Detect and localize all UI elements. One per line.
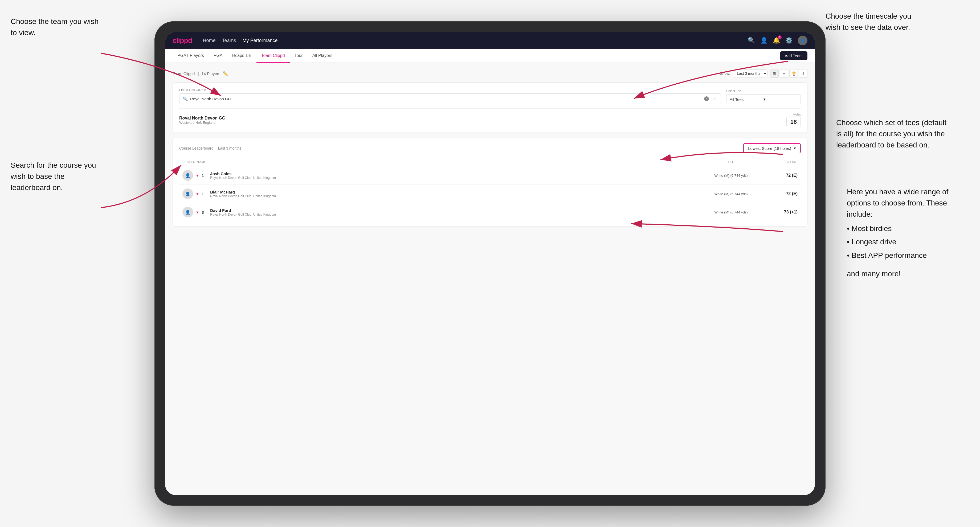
user-avatar[interactable]: 👤 [798,36,807,45]
leaderboard-section: Course Leaderboard, Last 3 months Lowest… [173,138,807,227]
nav-link-home[interactable]: Home [203,38,216,43]
select-tee-col: Select Tee All Tees ▾ [726,89,801,104]
show-label: Show: [720,71,730,76]
course-search-wrap: 🔍 × ☆ [179,94,721,104]
nav-icons: 🔍 👤 🔔 1 ⚙️ 👤 [748,36,807,45]
subnav-teamclippd[interactable]: Team Clippd [256,49,290,63]
rank-2: 1 [202,192,207,196]
subnav-tour[interactable]: Tour [290,49,307,63]
nav-link-teams[interactable]: Teams [222,38,236,43]
view-icons: ⊞ ≡ 🏆 ⬇ [770,69,807,78]
course-result: Royal North Devon GC Westward Ho!, Engla… [179,108,801,127]
tablet-screen: clippd Home Teams My Performance 🔍 👤 🔔 1… [165,32,815,495]
player-cell-2: 👤 ♥ 1 Blair McHarg Royal North Devon Gol… [182,189,696,199]
find-course-col: Find a Golf Course 🔍 × ☆ [179,88,721,104]
rank-1: 1 [202,173,207,178]
player-club-3: Royal North Devon Golf Club, United King… [210,213,276,216]
holes-number: 18 [786,117,801,127]
team-header-right: Show: Last 3 months ⊞ ≡ 🏆 ⬇ [720,69,807,78]
holes-label: Holes [786,113,801,116]
bullet-drive: Longest drive [847,235,964,249]
annotation-top-left-text: Choose the team you wish to view. [11,17,99,37]
search-icon[interactable]: 🔍 [748,37,755,44]
subnav-allplayers[interactable]: All Players [307,49,337,63]
score-type-chevron-icon: ▾ [794,146,796,151]
annotation-bottom-right-footer: and many more! [847,268,964,279]
col-header-tee: TEE [696,160,765,164]
course-info: Royal North Devon GC Westward Ho!, Engla… [179,116,786,125]
search-row: Find a Golf Course 🔍 × ☆ Select Tee All … [179,88,801,104]
player-info-3: David Ford Royal North Devon Golf Club, … [210,208,276,216]
player-name-1: Josh Coles [210,171,276,176]
settings-icon[interactable]: ⚙️ [785,37,792,44]
tee-select[interactable]: All Tees ▾ [726,94,801,104]
annotation-mid-right-text: Choose which set of tees (default is all… [836,119,947,149]
player-info-2: Blair McHarg Royal North Devon Golf Club… [210,190,276,198]
player-cell-3: 👤 ♥ 3 David Ford Royal North Devon Golf … [182,207,696,217]
heart-icon[interactable]: ♥ [196,192,199,196]
player-name-3: David Ford [210,208,276,213]
trophy-view-button[interactable]: 🏆 [789,69,798,78]
list-view-button[interactable]: ≡ [780,69,788,78]
heart-icon[interactable]: ♥ [196,210,199,214]
edit-icon[interactable]: ✏️ [223,71,228,76]
chevron-down-icon: ▾ [764,97,797,102]
content-area: Team Clippd | 14 Players ✏️ Show: Last 3… [165,63,815,495]
score-cell-3: 73 (+1) [765,210,797,214]
table-row: 👤 ♥ 1 Josh Coles Royal North Devon Golf … [179,167,801,185]
player-name-2: Blair McHarg [210,190,276,194]
course-search-input[interactable] [190,97,702,101]
annotation-bottom-right-text: Here you have a wide range of options to… [847,187,948,218]
subnav-hcaps[interactable]: Hcaps 1-5 [228,49,256,63]
course-location: Westward Ho!, England [179,121,786,125]
annotation-top-left: Choose the team you wish to view. [11,16,101,38]
clear-search-button[interactable]: × [704,96,709,101]
avatar: 👤 [182,189,193,199]
annotation-bullets: Most birdies Longest drive Best APP perf… [847,222,964,262]
avatar: 👤 [182,170,193,181]
course-holes: Holes 18 [786,113,801,127]
annotation-bottom-right: Here you have a wide range of options to… [847,186,964,279]
tee-value: All Tees [730,97,764,102]
tee-cell-3: White (M) (6,744 yds) [696,210,765,214]
score-type-select[interactable]: Lowest Score (18 holes) ▾ [743,143,801,153]
bullet-birdies: Most birdies [847,222,964,235]
leaderboard-header: Course Leaderboard, Last 3 months Lowest… [179,143,801,153]
search-input-icon: 🔍 [183,96,188,102]
course-search-section: Find a Golf Course 🔍 × ☆ Select Tee All … [173,83,807,133]
col-header-player: PLAYER NAME [182,160,696,164]
add-team-button[interactable]: Add Team [780,51,807,60]
avatar: 👤 [182,207,193,217]
col-header-score: SCORE [765,160,797,164]
player-club-1: Royal North Devon Golf Club, United King… [210,176,276,179]
subnav-pgat[interactable]: PGAT Players [173,49,209,63]
team-header: Team Clippd | 14 Players ✏️ Show: Last 3… [173,69,807,78]
nav-links: Home Teams My Performance [203,38,278,43]
team-title: Team Clippd | 14 Players [173,71,220,76]
star-button[interactable]: ☆ [711,96,718,102]
sub-nav: PGAT Players PGA Hcaps 1-5 Team Clippd T… [165,49,815,63]
table-row: 👤 ♥ 3 David Ford Royal North Devon Golf … [179,203,801,221]
tablet-frame: clippd Home Teams My Performance 🔍 👤 🔔 1… [154,21,826,506]
heart-icon[interactable]: ♥ [196,173,199,178]
player-info-1: Josh Coles Royal North Devon Golf Club, … [210,171,276,179]
leaderboard-title: Course Leaderboard, Last 3 months [179,146,242,151]
bullet-app: Best APP performance [847,249,964,262]
bell-icon[interactable]: 🔔 1 [773,37,780,44]
subnav-pga[interactable]: PGA [209,49,228,63]
player-club-2: Royal North Devon Golf Club, United King… [210,194,276,198]
score-cell-1: 72 (E) [765,173,797,178]
nav-link-myperformance[interactable]: My Performance [243,38,278,43]
annotation-top-right: Choose the timescale you wish to see the… [826,11,927,33]
show-period-select[interactable]: Last 3 months [733,70,767,78]
download-button[interactable]: ⬇ [799,69,807,78]
score-type-label: Lowest Score (18 holes) [748,146,791,151]
annotation-bottom-left: Search for the course you wish to base t… [11,160,101,193]
tee-cell-2: White (M) (6,744 yds) [696,192,765,196]
table-row: 👤 ♥ 1 Blair McHarg Royal North Devon Gol… [179,185,801,203]
grid-view-button[interactable]: ⊞ [770,69,779,78]
leaderboard-subtitle: Last 3 months [218,146,242,151]
player-cell-1: 👤 ♥ 1 Josh Coles Royal North Devon Golf … [182,170,696,181]
people-icon[interactable]: 👤 [760,37,767,44]
tee-cell-1: White (M) (6,744 yds) [696,173,765,178]
